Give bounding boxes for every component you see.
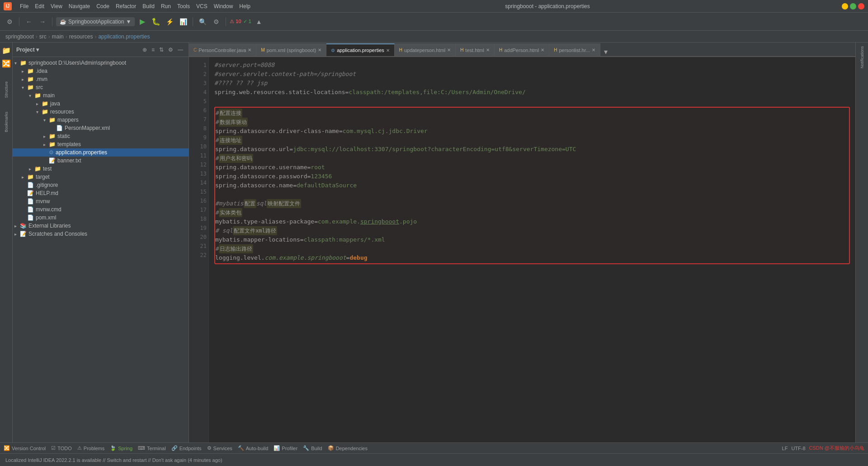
list-item[interactable]: ▸ 📚 External Libraries (13, 222, 189, 230)
status-encoding[interactable]: UTF-8 (791, 446, 805, 451)
list-item[interactable]: ▸ ⚙ application.properties (13, 148, 189, 157)
sidebar-structure-icon[interactable]: Structure (2, 80, 10, 100)
breadcrumb-springbooot[interactable]: springbooot (5, 33, 34, 40)
window-maximize[interactable] (850, 3, 856, 10)
toolbar-settings2[interactable]: ⚙ (210, 16, 222, 28)
breadcrumb-main[interactable]: main (52, 33, 64, 40)
status-build[interactable]: 🔧 Build (303, 445, 322, 451)
menu-tools[interactable]: Tools (175, 2, 193, 10)
list-item[interactable]: ▸ 📁 java (13, 100, 189, 108)
status-version-control[interactable]: 🔀 Version Control (4, 445, 46, 451)
menu-code[interactable]: Code (94, 2, 112, 10)
tab-bar: C PersonController.java ✕ M pom.xml (spr… (189, 43, 855, 57)
status-terminal[interactable]: ⌨ Terminal (138, 445, 166, 451)
toolbar-expand[interactable]: ▲ (253, 16, 265, 28)
panel-settings-icon[interactable]: ⚙ (166, 46, 175, 54)
breadcrumb-resources[interactable]: resources (69, 33, 93, 40)
list-item[interactable]: ▾ 📁 main (13, 91, 189, 100)
breadcrumb-file[interactable]: application.properties (98, 33, 150, 40)
menu-run[interactable]: Run (158, 2, 174, 10)
terminal-icon: ⌨ (138, 445, 145, 451)
list-item[interactable]: ▸ 📝 Scratches and Consoles (13, 230, 189, 238)
sidebar-project-icon[interactable]: 📁 (0, 44, 13, 57)
run-config-selector[interactable]: ☕ SpringboootApplication ▼ (56, 17, 135, 26)
list-item[interactable]: ▸ 📁 target (13, 173, 189, 181)
status-services[interactable]: ⚙ Services (207, 445, 232, 451)
menu-help[interactable]: Help (236, 2, 253, 10)
tab-addPerson[interactable]: H addPerson.html ✕ (495, 43, 549, 56)
list-item[interactable]: ▸ 📄 PersonMapper.xml (13, 124, 189, 132)
status-autobuild[interactable]: 🔨 Auto-build (238, 445, 269, 451)
list-item[interactable]: ▸ 📄 pom.xml (13, 214, 189, 222)
menu-edit[interactable]: Edit (32, 2, 47, 10)
tab-close-icon[interactable]: ✕ (318, 48, 321, 52)
notifications-icon[interactable]: Notifications (858, 44, 866, 70)
tab-more[interactable]: ▾ (600, 48, 611, 56)
panel-minimize-icon[interactable]: — (176, 46, 185, 54)
list-item[interactable]: ▾ 📁 src (13, 83, 189, 91)
list-item[interactable]: ▸ 📄 .gitignore (13, 181, 189, 189)
tab-application-properties[interactable]: ⚙ application.properties ✕ (326, 43, 395, 56)
tab-updateperson[interactable]: H updateperson.html ✕ (395, 43, 456, 56)
toolbar-settings[interactable]: ⚙ (4, 16, 15, 28)
list-item[interactable]: ▸ 📝 HELP.md (13, 189, 189, 197)
list-item[interactable]: ▸ 📝 banner.txt (13, 157, 189, 165)
sidebar-bookmarks-icon[interactable]: Bookmarks (2, 110, 10, 134)
menu-refactor[interactable]: Refactor (113, 2, 139, 10)
tab-close-icon[interactable]: ✕ (592, 48, 595, 52)
panel-locate-icon[interactable]: ⊕ (141, 46, 149, 54)
list-item[interactable]: ▸ 📄 mvnw (13, 197, 189, 205)
problems-icon: ⚠ (77, 445, 82, 451)
panel-sort-icon[interactable]: ⇅ (157, 46, 165, 54)
toolbar-search[interactable]: 🔍 (197, 16, 208, 28)
tab-close-icon[interactable]: ✕ (386, 48, 390, 53)
window-close[interactable] (858, 3, 864, 10)
sidebar-vcs-icon[interactable]: 🔀 (0, 57, 13, 70)
run-button[interactable]: ▶ (137, 16, 148, 28)
menu-vcs[interactable]: VCS (193, 2, 210, 10)
tab-close-icon[interactable]: ✕ (248, 48, 251, 52)
menu-view[interactable]: View (48, 2, 65, 10)
status-bar: 🔀 Version Control ☑ TODO ⚠ Problems 🍃 Sp… (0, 442, 868, 453)
tab-close-icon[interactable]: ✕ (486, 48, 490, 52)
list-item[interactable]: ▾ 📁 mappers (13, 116, 189, 124)
list-item[interactable]: ▸ 📁 test (13, 165, 189, 173)
tab-pom[interactable]: M pom.xml (springbooot) ✕ (256, 43, 326, 56)
list-item[interactable]: ▸ 📄 mvnw.cmd (13, 205, 189, 214)
window-minimize[interactable] (842, 3, 848, 10)
list-item[interactable]: ▾ 📁 resources (13, 108, 189, 116)
tab-personlist[interactable]: H personlist.hr... ✕ (549, 43, 600, 56)
tab-close-icon[interactable]: ✕ (541, 48, 544, 52)
status-lf[interactable]: LF (782, 446, 788, 451)
tab-test[interactable]: H test.html ✕ (456, 43, 495, 56)
status-spring[interactable]: 🍃 Spring (110, 445, 132, 451)
list-item[interactable]: ▸ 📁 static (13, 132, 189, 140)
tab-label: test.html (465, 48, 484, 53)
tree-root[interactable]: ▾ 📁 springbooot D:\Users\Admin\springboo… (13, 59, 189, 67)
code-editor[interactable]: #server.port=8088 #server.servlet.contex… (209, 57, 855, 442)
toolbar-back[interactable]: ← (23, 16, 35, 28)
csdn-link[interactable]: CSDN @不服输的小乌龟 (809, 445, 864, 452)
list-item[interactable]: ▸ 📁 templates (13, 140, 189, 148)
breadcrumb-src[interactable]: src (39, 33, 47, 40)
panel-collapse-icon[interactable]: ≡ (150, 46, 156, 54)
toolbar-forward[interactable]: → (37, 16, 48, 28)
list-item[interactable]: ▸ 📁 .idea (13, 67, 189, 75)
tab-PersonController[interactable]: C PersonController.java ✕ (189, 43, 256, 56)
menu-navigate[interactable]: Navigate (66, 2, 93, 10)
menu-window[interactable]: Window (211, 2, 236, 10)
status-dependencies[interactable]: 📦 Dependencies (328, 445, 368, 451)
status-endpoints[interactable]: 🔗 Endpoints (171, 445, 202, 451)
menu-file[interactable]: File (17, 2, 31, 10)
toolbar-coverage[interactable]: ⚡ (164, 16, 175, 28)
breadcrumb-sep3: › (66, 33, 67, 40)
list-item[interactable]: ▸ 📁 .mvn (13, 75, 189, 83)
status-problems[interactable]: ⚠ Problems (77, 445, 104, 451)
tab-label: updateperson.html (404, 48, 445, 53)
tab-close-icon[interactable]: ✕ (447, 48, 451, 52)
menu-build[interactable]: Build (140, 2, 157, 10)
toolbar-profile[interactable]: 📊 (177, 16, 189, 28)
debug-button[interactable]: 🐛 (150, 16, 162, 28)
status-profiler[interactable]: 📊 Profiler (274, 445, 297, 451)
status-todo[interactable]: ☑ TODO (51, 445, 72, 451)
